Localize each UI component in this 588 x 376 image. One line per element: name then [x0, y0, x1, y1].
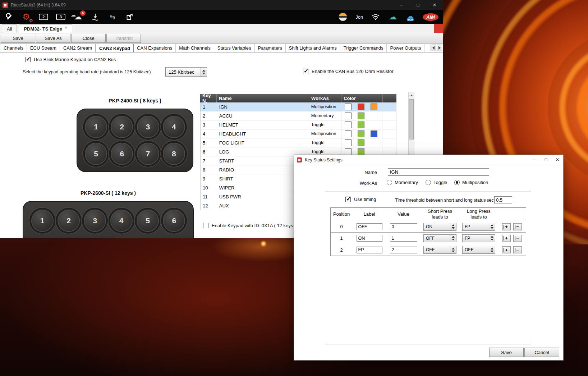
use-timing-checkbox[interactable]: Use timing — [345, 197, 376, 202]
tab-math-channels[interactable]: Math Channels — [176, 44, 214, 52]
add-position-button[interactable]: + — [502, 246, 511, 253]
color-swatch[interactable] — [371, 104, 377, 110]
tab-channels[interactable]: Channels — [0, 44, 27, 52]
user-avatar[interactable] — [338, 12, 348, 22]
radio-momentary[interactable]: Momentary — [387, 180, 418, 185]
compare-arrows-icon[interactable]: ⇆ — [108, 12, 117, 22]
scrollbar-thumb[interactable] — [409, 99, 414, 139]
radio-checked-icon[interactable] — [454, 180, 460, 185]
radio-multiposition[interactable]: Multiposition — [454, 180, 488, 185]
close-config-button[interactable]: Close — [71, 34, 106, 43]
spinner-arrows-icon[interactable] — [489, 235, 495, 242]
save-button[interactable]: Save — [1, 34, 35, 43]
long-press-select[interactable]: OFF — [462, 246, 495, 254]
scroll-right-icon[interactable] — [437, 45, 442, 51]
color-swatch[interactable] — [345, 113, 352, 119]
table-row[interactable]: 1 IGN Multiposition — [200, 102, 396, 111]
rs2-devices-icon[interactable]: 2 — [39, 12, 48, 22]
tab-shift-lights-and-alarms[interactable]: Shift Lights and Alarms — [286, 44, 340, 52]
tab-trigger-commands[interactable]: Trigger Commands — [340, 44, 387, 52]
close-button[interactable]: ✕ — [426, 0, 443, 10]
cloud-download-icon[interactable]: ☁ ↓ — [388, 12, 398, 22]
table-row[interactable]: 5 FOG LIGHT Toggle — [200, 138, 396, 147]
transmit-button[interactable]: Transmit — [106, 34, 141, 43]
scroll-left-icon[interactable] — [431, 45, 436, 51]
spinner-arrows-icon[interactable] — [450, 235, 456, 242]
add-position-button[interactable]: + — [502, 223, 511, 230]
color-swatch[interactable] — [358, 113, 364, 119]
color-swatch[interactable] — [345, 148, 352, 155]
tab-all[interactable]: All — [2, 24, 17, 33]
color-swatch[interactable] — [345, 139, 352, 146]
color-swatch[interactable] — [345, 130, 352, 137]
label-input[interactable] — [357, 235, 382, 242]
color-swatch[interactable] — [358, 130, 364, 137]
long-press-select[interactable]: FP — [462, 223, 495, 231]
label-input[interactable] — [357, 223, 382, 230]
dialog-close-button[interactable]: ✕ — [552, 155, 563, 165]
radio-toggle[interactable]: Toggle — [426, 180, 447, 185]
spinner-arrows-icon[interactable] — [201, 68, 207, 76]
remove-position-button[interactable]: − — [513, 246, 522, 253]
value-input[interactable] — [390, 223, 417, 230]
spinner-arrows-icon[interactable] — [450, 246, 456, 253]
color-swatch[interactable] — [358, 121, 364, 128]
add-position-button[interactable]: + — [502, 235, 511, 242]
color-swatch[interactable] — [358, 139, 364, 146]
tab-close-icon[interactable]: ✕ — [65, 26, 68, 29]
short-press-select[interactable]: OFF — [423, 246, 456, 254]
rs3-devices-icon[interactable]: 3 — [56, 12, 65, 22]
radio-icon[interactable] — [387, 180, 392, 185]
export-icon[interactable] — [125, 12, 134, 22]
tab-ecu-stream[interactable]: ECU Stream — [27, 44, 60, 52]
checkbox-checked-icon[interactable] — [25, 57, 31, 62]
color-swatch[interactable] — [371, 130, 377, 137]
maximize-button[interactable]: □ — [410, 0, 426, 10]
ecu-cloud-icon[interactable]: ☁ ECU — [405, 12, 415, 22]
color-swatch[interactable] — [345, 104, 352, 110]
enable-keypad-checkbox[interactable]: Enable Keypad with ID: 0X1A ( 12 keys ) — [203, 223, 296, 228]
checkbox-checked-icon[interactable] — [345, 197, 351, 202]
remove-position-button[interactable]: − — [513, 223, 522, 230]
cloud-updates-icon[interactable]: ☁ ☁ 5 — [73, 12, 83, 22]
short-press-select[interactable]: OFF — [423, 234, 456, 242]
value-input[interactable] — [390, 235, 417, 242]
spinner-arrows-icon[interactable] — [489, 246, 495, 253]
wifi-icon[interactable] — [371, 12, 380, 22]
radio-icon[interactable] — [426, 180, 431, 185]
configurations-gear-icon[interactable]: ⚙⚙ — [22, 12, 31, 22]
color-swatch[interactable] — [358, 104, 364, 110]
label-input[interactable] — [357, 247, 382, 253]
tab-power-outputs[interactable]: Power Outputs — [387, 44, 424, 52]
value-input[interactable] — [390, 247, 417, 253]
tab-can2-stream[interactable]: CAN2 Stream — [60, 44, 96, 52]
long-press-select[interactable]: FP — [462, 234, 495, 242]
dialog-maximize-button[interactable]: □ — [540, 155, 552, 165]
tab-can2-keypad[interactable]: CAN2 Keypad — [96, 44, 134, 52]
short-press-select[interactable]: ON — [423, 223, 456, 231]
tab-pdm32-ts-exige[interactable]: PDM32- TS Exige ✕ — [19, 24, 72, 33]
table-row[interactable]: 3 HELMET Toggle — [200, 120, 396, 129]
table-row[interactable]: 2 ACCU Momentary — [200, 111, 396, 120]
dialog-cancel-button[interactable]: Cancel — [524, 348, 559, 357]
tab-can-expansions[interactable]: CAN Expansions — [134, 44, 176, 52]
remove-position-button[interactable]: − — [513, 235, 522, 242]
checkbox-unchecked-icon[interactable] — [203, 223, 208, 228]
tab-parameters[interactable]: Parameters — [255, 44, 286, 52]
checkbox-checked-icon[interactable] — [303, 69, 308, 74]
spinner-arrows-icon[interactable] — [489, 223, 495, 230]
color-swatch[interactable] — [358, 148, 364, 155]
save-as-button[interactable]: Save As — [36, 34, 70, 43]
dialog-minimize-button[interactable]: ─ — [529, 155, 540, 165]
spinner-arrows-icon[interactable] — [450, 223, 456, 230]
minimize-button[interactable]: ─ — [393, 0, 410, 10]
scroll-up-icon[interactable] — [409, 92, 414, 98]
name-input[interactable] — [388, 168, 489, 176]
color-swatch[interactable] — [345, 121, 352, 128]
baud-rate-select[interactable]: 125 Kbit/sec — [165, 67, 207, 77]
tab-status-variables[interactable]: Status Variables — [214, 44, 255, 52]
table-row[interactable]: 4 HEADLIGHT Multiposition — [200, 129, 396, 138]
threshold-input[interactable] — [494, 196, 512, 203]
tools-icon[interactable] — [4, 12, 14, 22]
dialog-save-button[interactable]: Save — [489, 348, 524, 357]
